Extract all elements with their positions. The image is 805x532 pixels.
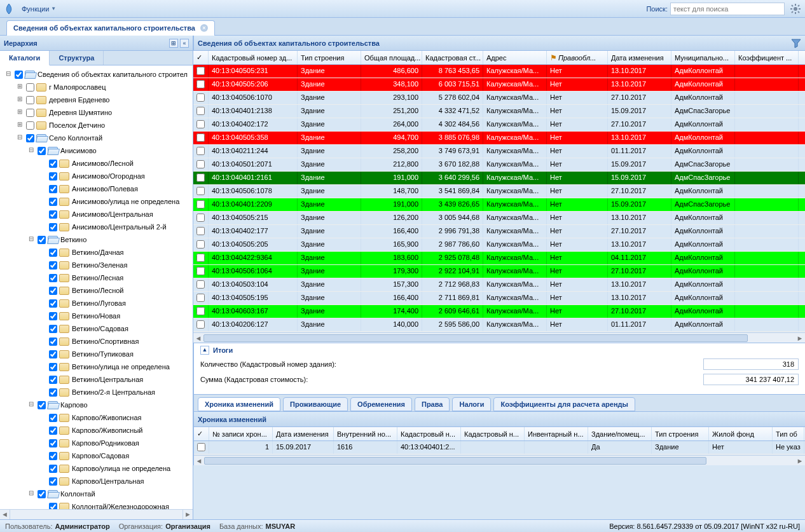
table-row[interactable]: 40:13:040505:206Здание348,1006 003 715,5… bbox=[193, 78, 805, 92]
column-header[interactable]: Инвентарный н... bbox=[525, 427, 588, 440]
tab-main[interactable]: Сведения об объектах капитального строит… bbox=[6, 20, 215, 36]
row-checkbox[interactable] bbox=[196, 133, 205, 142]
tree-checkbox[interactable] bbox=[49, 185, 57, 193]
tree-checkbox[interactable] bbox=[49, 210, 57, 219]
expand-icon[interactable]: ⊞ bbox=[15, 121, 24, 130]
tree-checkbox[interactable] bbox=[49, 426, 57, 435]
column-header[interactable]: Дата изменения bbox=[273, 427, 334, 440]
tree-node[interactable]: Веткино/2-я Центральная bbox=[0, 386, 193, 399]
tree-checkbox[interactable] bbox=[49, 198, 57, 206]
row-checkbox[interactable] bbox=[196, 320, 205, 329]
collapse-icon[interactable]: ⊟ bbox=[27, 489, 36, 498]
tab-catalogs[interactable]: Каталоги bbox=[0, 51, 50, 65]
collapse-icon[interactable]: ⊟ bbox=[15, 133, 24, 142]
tree-node[interactable]: ⊟Сведения об объектах капитального строи… bbox=[0, 68, 193, 81]
tree-checkbox[interactable] bbox=[15, 71, 23, 79]
table-row[interactable]: 40:13:040402:172Здание264,0004 302 484,5… bbox=[193, 118, 805, 132]
tree-node[interactable]: Карпово/Живописный bbox=[0, 424, 193, 437]
collapse-icon[interactable]: ▲ bbox=[200, 346, 209, 355]
row-checkbox[interactable] bbox=[196, 80, 205, 88]
column-header[interactable]: Коэффициент ... bbox=[735, 51, 799, 64]
tree-node[interactable]: ⊟Анисимово bbox=[0, 144, 193, 157]
tree-checkbox[interactable] bbox=[49, 299, 57, 308]
sub-grid-body[interactable]: 115.09.2017161640:13:040401:2...ДаЗдание… bbox=[194, 441, 805, 455]
table-row[interactable]: 40:13:040506:1070Здание293,1005 278 602,… bbox=[193, 92, 805, 105]
column-header[interactable]: ✓ bbox=[194, 427, 209, 440]
gear-icon[interactable] bbox=[790, 3, 801, 15]
tree[interactable]: ⊟Сведения об объектах капитального строи… bbox=[0, 65, 193, 509]
table-row[interactable]: 40:13:040505:358Здание494,7003 885 076,9… bbox=[193, 132, 805, 145]
table-row[interactable]: 115.09.2017161640:13:040401:2...ДаЗдание… bbox=[194, 441, 805, 454]
tree-node[interactable]: Веткино/Лесная bbox=[0, 271, 193, 284]
close-icon[interactable]: × bbox=[200, 24, 208, 32]
row-checkbox[interactable] bbox=[197, 443, 205, 451]
tree-node[interactable]: ⊞г Малоярославец bbox=[0, 81, 193, 93]
bottom-tab[interactable]: Коэффициенты для расчета аренды bbox=[493, 397, 635, 411]
row-checkbox[interactable] bbox=[196, 280, 205, 289]
tree-checkbox[interactable] bbox=[49, 414, 57, 422]
tree-node[interactable]: Веткино/Тупиковая bbox=[0, 348, 193, 360]
grid-body[interactable]: 40:13:040505:231Здание486,6008 763 453,6… bbox=[193, 65, 805, 332]
table-row[interactable]: 40:13:040422:9364Здание183,6002 925 078,… bbox=[193, 252, 805, 265]
row-checkbox[interactable] bbox=[196, 187, 205, 195]
row-checkbox[interactable] bbox=[196, 254, 205, 262]
tree-node[interactable]: Карпово/Живописная bbox=[0, 411, 193, 424]
column-header[interactable]: Кадастровый н... bbox=[397, 427, 461, 440]
tree-checkbox[interactable] bbox=[49, 223, 57, 231]
tree-checkbox[interactable] bbox=[26, 121, 34, 130]
tree-node[interactable]: ⊞Поселок Детчино bbox=[0, 119, 193, 132]
menu-item[interactable]: Функции▼ bbox=[18, 3, 69, 15]
table-row[interactable]: 40:13:040506:1064Здание179,3002 922 104,… bbox=[193, 265, 805, 278]
tree-node[interactable]: ⊟Коллонтай bbox=[0, 488, 193, 500]
row-checkbox[interactable] bbox=[196, 307, 205, 315]
tree-checkbox[interactable] bbox=[49, 325, 57, 333]
tree-checkbox[interactable] bbox=[38, 490, 46, 498]
bottom-tab[interactable]: Проживающие bbox=[283, 397, 348, 411]
column-header[interactable]: Кадастровый н... bbox=[461, 427, 525, 440]
column-header[interactable]: Тип строения bbox=[652, 427, 709, 440]
column-header[interactable]: Здание/помещ... bbox=[588, 427, 652, 440]
tree-node[interactable]: Веткино/Дачная bbox=[0, 246, 193, 259]
bottom-tab[interactable]: Хроника изменений bbox=[198, 397, 280, 411]
tree-node[interactable]: Веткино/Садовая bbox=[0, 322, 193, 335]
row-checkbox[interactable] bbox=[196, 160, 205, 168]
tree-checkbox[interactable] bbox=[26, 109, 34, 117]
tree-node[interactable]: Анисимово/Полевая bbox=[0, 182, 193, 195]
row-checkbox[interactable] bbox=[196, 67, 205, 75]
column-header[interactable]: Жилой фонд bbox=[709, 427, 773, 440]
tree-checkbox[interactable] bbox=[49, 160, 57, 168]
bottom-tab[interactable]: Налоги bbox=[452, 397, 491, 411]
tree-checkbox[interactable] bbox=[26, 96, 34, 104]
tree-node[interactable]: Анисимово/Лесной bbox=[0, 157, 193, 170]
column-header[interactable]: Адрес bbox=[483, 51, 547, 64]
tree-checkbox[interactable] bbox=[49, 376, 57, 384]
tree-node[interactable]: Веткино/Спортивная bbox=[0, 335, 193, 348]
column-header[interactable]: Муниципально... bbox=[671, 51, 735, 64]
column-header[interactable]: Внутренний но... bbox=[334, 427, 397, 440]
row-checkbox[interactable] bbox=[196, 93, 205, 102]
collapse-icon[interactable]: ⊟ bbox=[27, 400, 36, 409]
tree-checkbox[interactable] bbox=[49, 312, 57, 320]
bottom-tab[interactable]: Обременения bbox=[350, 397, 412, 411]
row-checkbox[interactable] bbox=[196, 267, 205, 275]
column-header[interactable]: Дата изменения bbox=[608, 51, 671, 64]
tree-node[interactable]: Анисимово/Огородная bbox=[0, 170, 193, 182]
scrollbar-horizontal[interactable]: ◄► bbox=[193, 332, 805, 343]
tree-node[interactable]: Анисимово/Центральный 2-й bbox=[0, 221, 193, 233]
tree-node[interactable]: Анисимово/улица не определена bbox=[0, 195, 193, 208]
row-checkbox[interactable] bbox=[196, 200, 205, 208]
row-checkbox[interactable] bbox=[196, 174, 205, 182]
tree-node[interactable]: Коллонтай/Железнодорожная bbox=[0, 500, 193, 509]
row-checkbox[interactable] bbox=[196, 294, 205, 302]
collapse-icon[interactable]: ⊟ bbox=[27, 146, 36, 155]
tree-node[interactable]: Карпово/улица не определена bbox=[0, 462, 193, 475]
expand-icon[interactable]: ⊞ bbox=[15, 83, 24, 92]
tree-checkbox[interactable] bbox=[38, 147, 46, 155]
tree-checkbox[interactable] bbox=[49, 249, 57, 257]
tree-node[interactable]: Карпово/Центральная bbox=[0, 475, 193, 488]
collapse-icon[interactable]: ⊟ bbox=[4, 70, 13, 79]
tree-checkbox[interactable] bbox=[49, 338, 57, 346]
scrollbar-horizontal[interactable]: ◄► bbox=[194, 455, 805, 465]
tree-checkbox[interactable] bbox=[49, 503, 57, 510]
table-row[interactable]: 40:13:040211:244Здание258,2003 749 673,9… bbox=[193, 145, 805, 158]
